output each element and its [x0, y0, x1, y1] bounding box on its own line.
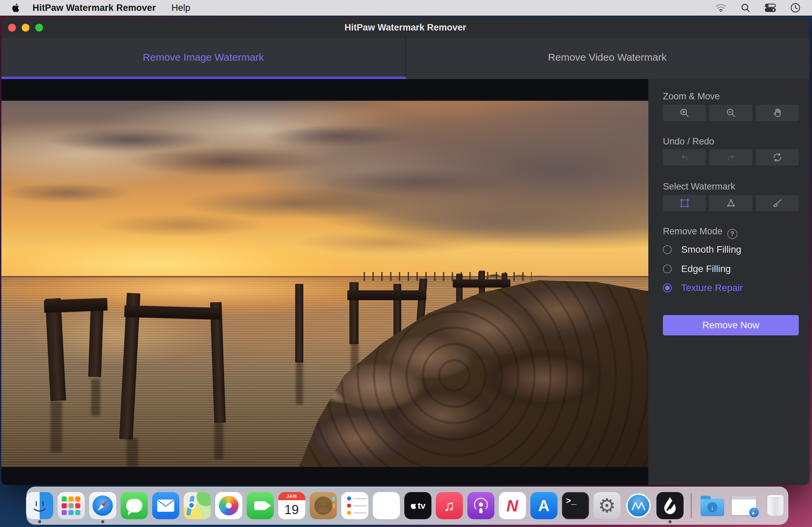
app-window: HitPaw Watermark Remover Remove Image Wa… [1, 17, 809, 485]
menu-help[interactable]: Help [172, 3, 190, 13]
control-center-icon[interactable] [765, 3, 776, 12]
dock-contacts-icon[interactable] [310, 492, 337, 519]
zoom-in-button[interactable] [663, 105, 706, 121]
section-remove-mode-title: Remove Mode? [663, 226, 737, 239]
zoom-out-button[interactable] [709, 105, 752, 121]
calendar-day: 19 [284, 500, 299, 519]
radio-smooth-filling[interactable]: Smooth Filling [663, 243, 741, 256]
trash-cup [767, 495, 784, 516]
remove-now-button[interactable]: Remove Now [663, 315, 799, 336]
select-watermark-toolrow [663, 195, 799, 211]
pier-post [88, 304, 104, 378]
dock-minimized-window-icon[interactable] [730, 492, 757, 519]
minimize-button[interactable] [22, 24, 29, 31]
brush-selection-button[interactable] [756, 195, 799, 211]
hitpaw-drop-logo [662, 497, 678, 515]
polygon-selection-button[interactable] [709, 195, 752, 211]
pier-beam [453, 280, 510, 288]
close-button[interactable] [8, 24, 16, 31]
menubar-status-icons [715, 3, 802, 13]
menu-bar: HitPaw Watermark Remover Help [0, 0, 812, 16]
download-arrow-icon: ↓ [707, 502, 717, 512]
redo-button[interactable] [709, 149, 752, 166]
dock-terminal-icon[interactable]: >_ [562, 492, 589, 519]
dock-launchpad-icon[interactable] [58, 492, 85, 519]
dock-calendar-icon[interactable]: JAN 19 [278, 492, 305, 519]
help-icon[interactable]: ? [727, 229, 737, 239]
pier-reflection [296, 361, 303, 405]
terminal-prompt-glyph: >_ [566, 496, 577, 506]
section-undo-redo-title: Undo / Redo [663, 136, 714, 147]
minimized-window-thumbnail [732, 496, 756, 515]
radio-label-smooth-filling: Smooth Filling [681, 244, 741, 255]
dock-appstore-icon[interactable]: A [531, 492, 557, 519]
tools-sidebar: Zoom & Move Undo / Redo [648, 79, 809, 485]
undo-button[interactable] [663, 149, 706, 166]
dock-safari-icon[interactable] [89, 492, 116, 519]
pier-reflection [91, 379, 100, 416]
pier-reflection [214, 423, 223, 459]
pan-hand-icon [772, 108, 783, 118]
active-tab-underline [1, 77, 406, 79]
news-n-glyph: N [506, 497, 518, 515]
safari-badge-icon [749, 508, 759, 517]
zoom-button[interactable] [35, 24, 43, 31]
dock-messages-icon[interactable] [121, 492, 148, 519]
appletv-apple-glyph [410, 501, 417, 510]
safari-running-dot [101, 520, 104, 523]
wifi-icon[interactable] [715, 3, 727, 12]
zoom-out-icon [726, 108, 736, 118]
dock-notes-icon[interactable] [373, 492, 400, 519]
reset-button[interactable] [756, 149, 799, 166]
radio-circle-texture-repair[interactable] [663, 284, 672, 292]
pan-hand-button[interactable] [756, 105, 799, 121]
radio-edge-filling[interactable]: Edge Filling [663, 263, 731, 275]
dock-separator [691, 493, 692, 518]
dock-reminders-icon[interactable] [341, 492, 368, 519]
app-cleaner-circle [626, 494, 651, 518]
pier-reflection [127, 438, 137, 467]
clock-icon[interactable] [790, 3, 800, 13]
music-note-glyph: ♫ [444, 497, 455, 514]
traffic-lights [8, 17, 43, 38]
dock-trash-icon[interactable] [762, 492, 789, 519]
dock-photos-icon[interactable] [215, 492, 242, 519]
tab-remove-video-watermark[interactable]: Remove Video Watermark [405, 38, 809, 77]
dock-finder-icon[interactable] [26, 492, 53, 519]
window-titlebar[interactable]: HitPaw Watermark Remover [1, 17, 809, 38]
spotlight-search-icon[interactable] [741, 3, 750, 13]
dock-downloads-folder-icon[interactable]: ↓ [699, 492, 726, 519]
radio-texture-repair[interactable]: Texture Repair [663, 282, 743, 294]
messages-bubble [126, 499, 142, 512]
dock-news-icon[interactable]: N [499, 492, 526, 519]
apple-menu-icon[interactable] [10, 3, 21, 13]
notes-lines [382, 500, 390, 519]
podcasts-glyph [472, 497, 490, 515]
tab-divider [405, 38, 406, 77]
radio-circle-smooth-filling[interactable] [663, 245, 672, 254]
photo-clouds [1, 101, 648, 279]
dock: JAN 19 tv ♫ N A >_ ⚙ [26, 487, 788, 525]
pier-post [295, 284, 304, 362]
dock-appletv-icon[interactable]: tv [404, 492, 431, 519]
photos-pinwheel [219, 496, 238, 515]
editor-canvas[interactable] [1, 79, 648, 485]
dock-podcasts-icon[interactable] [467, 492, 494, 519]
radio-circle-edge-filling[interactable] [663, 265, 672, 273]
menubar-app-name: HitPaw Watermark Remover [32, 3, 156, 13]
dock-music-icon[interactable]: ♫ [436, 492, 463, 519]
polygon-selection-icon [726, 198, 736, 209]
tab-remove-image-watermark[interactable]: Remove Image Watermark [1, 38, 405, 77]
dock-mail-icon[interactable] [152, 492, 179, 519]
window-title: HitPaw Watermark Remover [1, 23, 809, 33]
zoom-in-icon [679, 108, 690, 118]
dock-facetime-icon[interactable] [247, 492, 274, 519]
dock-maps-icon[interactable] [184, 492, 211, 519]
dock-system-preferences-icon[interactable]: ⚙ [593, 492, 621, 519]
dock-app-cleaner-icon[interactable] [625, 492, 652, 519]
marquee-selection-button[interactable] [663, 195, 706, 211]
pier-beam [44, 298, 107, 313]
dock-hitpaw-icon[interactable] [656, 492, 684, 519]
photo-preview[interactable] [1, 101, 648, 467]
contacts-tabs [332, 497, 335, 514]
